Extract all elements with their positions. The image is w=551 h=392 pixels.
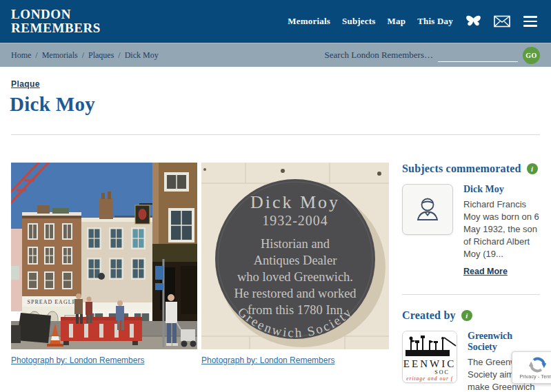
subjects-heading: Subjects commemorated bbox=[402, 163, 521, 175]
subjects-commemorated-section: Subjects commemorated i bbox=[402, 163, 540, 277]
created-by-heading: Created by bbox=[402, 309, 456, 322]
photo-plaque-figure: Dick Moy 1932-2004 Historian and Antique… bbox=[201, 163, 389, 392]
svg-text:Antiques Dealer: Antiques Dealer bbox=[254, 254, 337, 267]
search-label: Search London Remembers… bbox=[325, 50, 433, 61]
site-header: LONDON REMEMBERS Memorials Subjects Map … bbox=[0, 0, 551, 43]
nav-this-day[interactable]: This Day bbox=[417, 16, 453, 27]
svg-text:Dick Moy: Dick Moy bbox=[250, 192, 340, 212]
bluesky-butterfly-icon[interactable] bbox=[465, 14, 482, 29]
breadcrumb: Home / Memorials / Plaques / Dick Moy bbox=[11, 50, 159, 61]
logo-text-sub: SOC bbox=[434, 369, 450, 375]
person-icon bbox=[411, 193, 444, 226]
crumb-current-page: Dick Moy bbox=[125, 50, 159, 61]
plaque-illustration: Dick Moy 1932-2004 Historian and Antique… bbox=[201, 163, 389, 349]
envelope-glyph bbox=[494, 15, 510, 28]
nav-map[interactable]: Map bbox=[388, 16, 406, 27]
subject-name-link[interactable]: Dick Moy bbox=[463, 184, 540, 195]
nav-subjects[interactable]: Subjects bbox=[342, 16, 376, 27]
page-title: Dick Moy bbox=[10, 93, 540, 116]
title-divider bbox=[11, 134, 540, 135]
greenwich-society-logo[interactable]: EENWIC SOC eritage and our f bbox=[402, 331, 457, 383]
greenwich-society-logo-art: EENWIC SOC eritage and our f bbox=[403, 331, 457, 382]
photos-column: SPREAD EAGLE bbox=[11, 163, 389, 392]
photo-credit-link[interactable]: Photograph by: London Remembers bbox=[201, 355, 334, 365]
butterfly-glyph bbox=[465, 14, 482, 29]
subject-avatar[interactable] bbox=[402, 184, 453, 235]
site-logo[interactable]: LONDON REMEMBERS bbox=[11, 8, 101, 34]
search-box: Search London Remembers… GO bbox=[325, 47, 540, 64]
crumb-plaques[interactable]: Plaques bbox=[88, 50, 114, 61]
spread-eagle-sign: SPREAD EAGLE bbox=[28, 299, 77, 305]
crumb-separator: / bbox=[35, 50, 37, 61]
svg-text:Historian and: Historian and bbox=[261, 237, 330, 251]
search-input[interactable] bbox=[438, 49, 518, 62]
plaque-on-wall bbox=[98, 273, 105, 280]
menu-icon[interactable] bbox=[522, 14, 539, 28]
photo-street[interactable]: SPREAD EAGLE bbox=[11, 163, 197, 349]
crumb-memorials[interactable]: Memorials bbox=[42, 50, 78, 61]
recaptcha-icon bbox=[529, 356, 546, 373]
info-icon[interactable]: i bbox=[527, 163, 538, 174]
logo-text-main: EENWIC bbox=[403, 358, 456, 369]
nav-memorials[interactable]: Memorials bbox=[288, 16, 330, 27]
creator-name-link[interactable]: Greenwich Society bbox=[468, 331, 540, 353]
street-scene-illustration: SPREAD EAGLE bbox=[11, 163, 197, 349]
crumb-separator: / bbox=[82, 50, 84, 61]
svg-text:1932-2004: 1932-2004 bbox=[262, 213, 328, 228]
logo-line-2: REMEMBERS bbox=[11, 21, 101, 35]
photo-street-figure: SPREAD EAGLE bbox=[11, 163, 197, 392]
red-barriers bbox=[61, 317, 142, 345]
photo-plaque[interactable]: Dick Moy 1932-2004 Historian and Antique… bbox=[201, 163, 389, 349]
search-go-button[interactable]: GO bbox=[523, 47, 540, 64]
photo-credit-link[interactable]: Photograph by: London Remembers bbox=[11, 355, 144, 365]
content-row: SPREAD EAGLE bbox=[11, 163, 540, 392]
svg-text:He restored and worked: He restored and worked bbox=[234, 287, 357, 300]
crumb-separator: / bbox=[118, 50, 120, 61]
mail-icon[interactable] bbox=[494, 15, 510, 28]
subject-description: Richard Francis Moy was born on 6 May 19… bbox=[463, 198, 540, 260]
recaptcha-badge[interactable]: Privacy - Terms bbox=[512, 351, 551, 384]
main-nav: Memorials Subjects Map This Day bbox=[288, 14, 539, 29]
subject-card: Dick Moy Richard Francis Moy was born on… bbox=[402, 184, 540, 277]
logo-line-1: LONDON bbox=[11, 8, 101, 21]
crumb-home[interactable]: Home bbox=[11, 50, 31, 61]
svg-text:from this 1780 Inn: from this 1780 Inn bbox=[248, 303, 343, 317]
breadcrumb-bar: Home / Memorials / Plaques / Dick Moy Se… bbox=[0, 43, 551, 67]
subject-read-more-link[interactable]: Read More bbox=[463, 267, 508, 276]
info-icon[interactable]: i bbox=[461, 310, 472, 321]
svg-text:who loved Greenwich.: who loved Greenwich. bbox=[237, 270, 353, 284]
sidebar-divider bbox=[402, 294, 540, 295]
category-link-plaque[interactable]: Plaque bbox=[11, 79, 40, 89]
main-content: Plaque Dick Moy bbox=[0, 67, 551, 392]
logo-tagline: eritage and our f bbox=[406, 375, 453, 382]
recaptcha-terms: Privacy - Terms bbox=[519, 374, 551, 379]
